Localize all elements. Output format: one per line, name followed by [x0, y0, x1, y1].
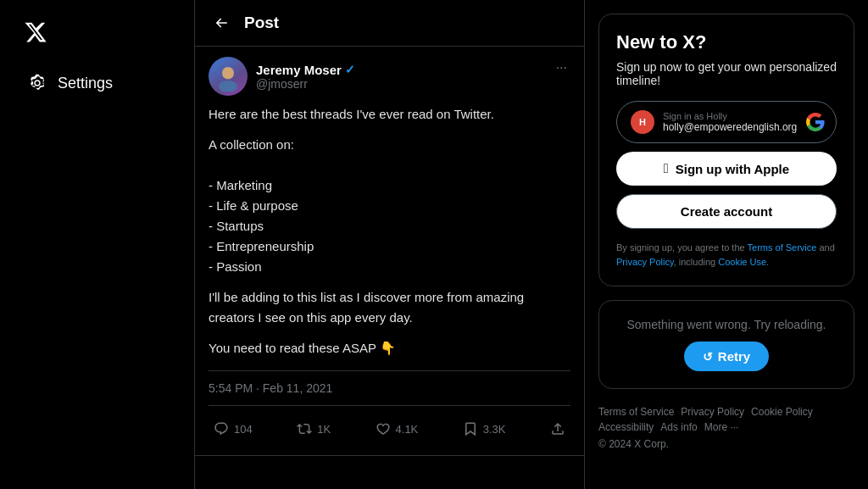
sidebar-item-settings[interactable]: Settings	[17, 64, 177, 102]
tweet-top: Jeremy Moser ✓ @jmoserr ···	[209, 57, 570, 96]
copyright: © 2024 X Corp.	[598, 438, 854, 450]
back-button[interactable]	[209, 10, 234, 36]
author-handle: @jmoserr	[256, 77, 355, 91]
sidebar: Settings	[0, 0, 195, 489]
tweet-line-3: I'll be adding to this list as I discove…	[209, 287, 570, 328]
author-info: Jeremy Moser ✓ @jmoserr	[256, 63, 355, 91]
like-icon	[376, 421, 391, 436]
tweet: Jeremy Moser ✓ @jmoserr ··· Here are the…	[195, 47, 584, 456]
apple-signin-button[interactable]:  Sign up with Apple	[616, 152, 837, 186]
terms-link[interactable]: Terms of Service	[748, 242, 817, 253]
avatar	[209, 57, 248, 96]
privacy-link[interactable]: Privacy Policy	[616, 257, 674, 267]
footer-links: Terms of Service Privacy Policy Cookie P…	[598, 403, 854, 453]
tweet-content: Here are the best threads I've ever read…	[209, 104, 570, 358]
create-account-button[interactable]: Create account	[616, 194, 837, 229]
comment-count: 104	[234, 423, 253, 436]
tweet-line-2: A collection on:- Marketing- Life & purp…	[209, 135, 570, 277]
error-message: Something went wrong. Try reloading.	[626, 318, 826, 331]
footer-accessibility[interactable]: Accessibility	[598, 421, 654, 433]
google-signin-label: Sign in as Holly	[663, 111, 797, 121]
retry-label: Retry	[718, 349, 750, 364]
retry-button[interactable]: ↺ Retry	[684, 342, 769, 371]
error-card: Something went wrong. Try reloading. ↺ R…	[598, 300, 854, 389]
bookmark-button[interactable]: 3.3K	[458, 416, 511, 442]
bookmark-count: 3.3K	[483, 423, 506, 436]
footer-ads[interactable]: Ads info	[660, 421, 697, 433]
more-options-button[interactable]: ···	[553, 57, 570, 79]
footer-terms[interactable]: Terms of Service	[598, 406, 674, 418]
google-avatar: H	[631, 110, 654, 134]
share-icon	[550, 421, 565, 436]
tweet-line-1: Here are the best threads I've ever read…	[209, 104, 570, 125]
svg-point-2	[223, 68, 233, 78]
legal-text-prefix: By signing up, you agree to the	[616, 242, 748, 253]
retry-icon: ↺	[703, 350, 713, 364]
post-header: Post	[195, 0, 584, 47]
svg-point-1	[219, 81, 237, 92]
create-btn-label: Create account	[681, 204, 772, 219]
apple-btn-label: Sign up with Apple	[676, 162, 789, 176]
footer-cookie[interactable]: Cookie Policy	[751, 406, 813, 418]
tweet-author: Jeremy Moser ✓ @jmoserr	[209, 57, 355, 96]
x-logo[interactable]	[17, 14, 54, 51]
author-name: Jeremy Moser ✓	[256, 63, 355, 77]
tweet-line-4: You need to read these ASAP 👇	[209, 338, 570, 358]
comment-button[interactable]: 104	[209, 416, 258, 442]
cookie-link[interactable]: Cookie Use	[718, 257, 766, 267]
main-content: Post Jeremy Moser	[195, 0, 585, 489]
google-signin-email: holly@empoweredenglish.org	[663, 121, 797, 133]
signup-subtitle: Sign up now to get your own personalized…	[616, 60, 837, 87]
comment-icon	[214, 421, 229, 436]
apple-icon: 	[664, 161, 669, 176]
gear-icon	[27, 73, 47, 93]
right-panel: New to X? Sign up now to get your own pe…	[585, 0, 868, 489]
tweet-timestamp: 5:54 PM · Feb 11, 2021	[209, 370, 570, 406]
footer-privacy[interactable]: Privacy Policy	[681, 406, 744, 418]
google-signin-text: Sign in as Holly holly@empoweredenglish.…	[663, 111, 797, 133]
sidebar-settings-label: Settings	[58, 75, 113, 92]
signup-card: New to X? Sign up now to get your own pe…	[598, 14, 854, 286]
google-signin-button[interactable]: H Sign in as Holly holly@empoweredenglis…	[616, 101, 837, 143]
like-button[interactable]: 4.1K	[370, 416, 424, 442]
google-icon	[805, 112, 826, 132]
signup-title: New to X?	[616, 31, 837, 53]
page-title: Post	[244, 14, 279, 32]
retweet-count: 1K	[317, 423, 331, 436]
tweet-actions: 104 1K 4.1K 3.3K	[209, 409, 570, 445]
signup-legal: By signing up, you agree to the Terms of…	[616, 241, 837, 269]
verified-badge: ✓	[345, 63, 355, 76]
like-count: 4.1K	[396, 423, 419, 436]
footer-more[interactable]: More ···	[704, 421, 739, 433]
retweet-icon	[297, 421, 312, 436]
retweet-button[interactable]: 1K	[292, 416, 336, 442]
bookmark-icon	[463, 421, 478, 436]
share-button[interactable]	[545, 416, 570, 442]
